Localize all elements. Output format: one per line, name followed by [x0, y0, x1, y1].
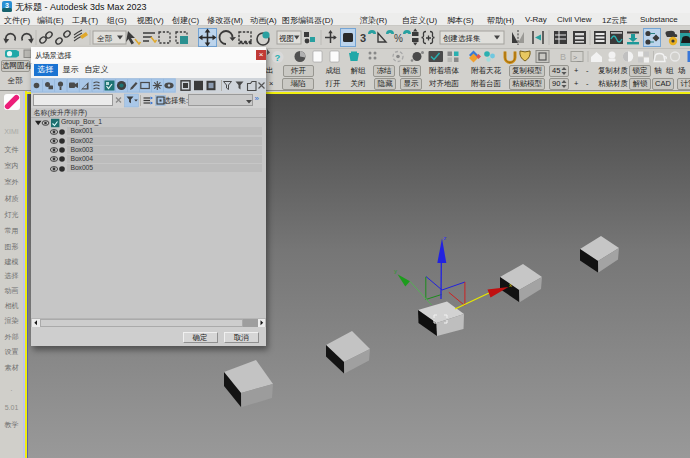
svg-text:创建选择集: 创建选择集 [443, 34, 481, 43]
svg-text:?: ? [275, 52, 281, 63]
svg-text:视图: 视图 [279, 34, 294, 43]
svg-text:B: B [560, 52, 566, 62]
svg-text:%: % [394, 33, 403, 44]
svg-text:z: z [444, 235, 447, 241]
svg-text:3: 3 [360, 32, 366, 44]
svg-text:3: 3 [5, 2, 9, 9]
svg-text:>_: >_ [573, 54, 581, 62]
svg-text:x: x [509, 282, 512, 288]
svg-text:全部: 全部 [97, 34, 113, 43]
svg-text:y: y [394, 268, 397, 274]
